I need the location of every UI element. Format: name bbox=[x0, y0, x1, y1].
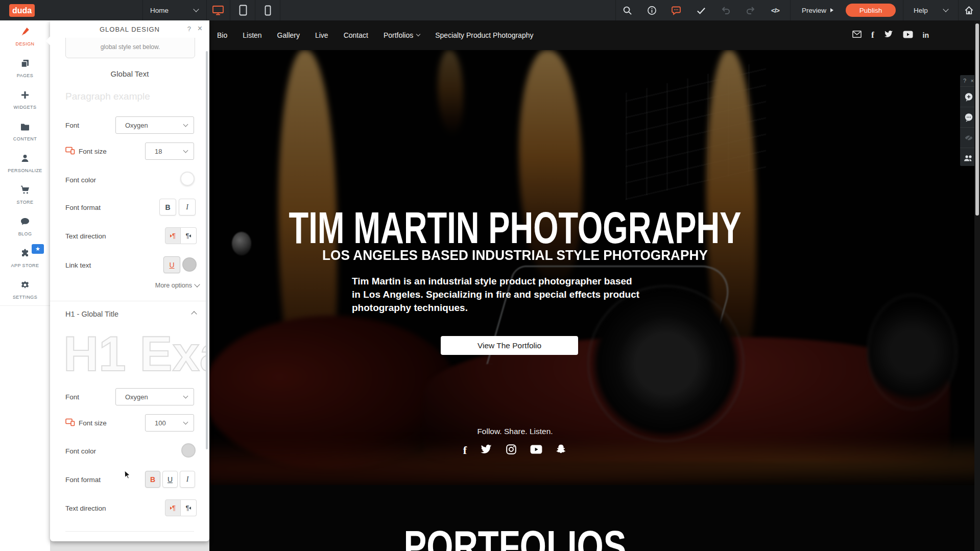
close-icon[interactable]: × bbox=[198, 24, 202, 33]
h1-font-value: Oxygen bbox=[125, 393, 148, 401]
rtl-button[interactable]: ¶ bbox=[181, 227, 197, 244]
facebook-icon[interactable]: f bbox=[463, 444, 467, 457]
email-icon[interactable] bbox=[852, 30, 862, 40]
h1-font-select[interactable]: Oxygen bbox=[115, 388, 194, 405]
portfolios-heading[interactable]: PORTFOLIOS bbox=[152, 524, 877, 551]
font-select-value: Oxygen bbox=[125, 122, 148, 129]
h1-font-size-label: Font size bbox=[65, 414, 107, 432]
sidebar-item-store[interactable]: STORE bbox=[0, 179, 50, 211]
devices-icon bbox=[65, 147, 75, 156]
chevron-down-icon[interactable] bbox=[943, 6, 948, 12]
home-icon[interactable] bbox=[963, 4, 975, 16]
more-options-link[interactable]: More options bbox=[155, 282, 199, 289]
font-select[interactable]: Oxygen bbox=[115, 116, 194, 134]
sidebar-item-content[interactable]: CONTENT bbox=[0, 115, 50, 148]
check-icon[interactable] bbox=[695, 4, 707, 16]
snapchat-icon[interactable] bbox=[556, 444, 567, 457]
h1-section-title: H1 - Global Title bbox=[65, 310, 118, 318]
panel-scrollbar[interactable] bbox=[206, 51, 208, 449]
global-text-heading: Global Text bbox=[50, 69, 209, 78]
link-underline-button[interactable]: U bbox=[163, 256, 180, 273]
linkedin-icon[interactable]: in bbox=[923, 31, 929, 39]
desktop-view-icon[interactable] bbox=[212, 4, 224, 16]
facebook-icon[interactable]: f bbox=[871, 30, 874, 40]
nav-item-portfolios[interactable]: Portfolios bbox=[384, 31, 420, 39]
text-direction-label-text: Text direction bbox=[65, 232, 106, 240]
twitter-icon[interactable] bbox=[884, 30, 893, 40]
code-icon[interactable]: </> bbox=[769, 4, 781, 16]
sidebar-item-settings[interactable]: SETTINGS bbox=[0, 274, 50, 306]
h1-font-size-select[interactable]: 100 bbox=[145, 414, 194, 432]
ltr-button[interactable]: ¶ bbox=[165, 227, 181, 244]
nav-item-specialty[interactable]: Specialty Product Photography bbox=[435, 31, 533, 39]
site-scrollbar[interactable] bbox=[974, 20, 980, 551]
help-menu[interactable]: Help bbox=[914, 0, 928, 20]
hero-title[interactable]: TIM MARTIN PHOTOGRAPHY bbox=[180, 202, 850, 254]
h1-font-size-value: 100 bbox=[155, 419, 166, 427]
chevron-up-icon[interactable] bbox=[191, 311, 197, 317]
feedback-chat-icon[interactable] bbox=[670, 4, 682, 16]
undo-icon[interactable] bbox=[720, 4, 732, 16]
h1-font-color-swatch[interactable] bbox=[181, 443, 196, 458]
bold-button[interactable]: B bbox=[159, 199, 176, 215]
h1-rtl-button[interactable]: ¶ bbox=[181, 499, 197, 516]
brush-icon bbox=[20, 27, 30, 39]
nav-item-bio[interactable]: Bio bbox=[217, 31, 227, 39]
pages-icon bbox=[20, 58, 30, 70]
font-color-swatch[interactable] bbox=[180, 172, 195, 186]
h1-font-format-label: Font format bbox=[65, 471, 101, 488]
chevron-down-icon bbox=[416, 32, 420, 36]
nav-item-live[interactable]: Live bbox=[315, 31, 328, 39]
link-text-label: Link text bbox=[65, 256, 91, 274]
font-size-select[interactable]: 18 bbox=[145, 142, 194, 160]
mouse-cursor bbox=[123, 470, 132, 482]
h1-italic-button[interactable]: I bbox=[180, 471, 195, 488]
sidebar-item-personalize[interactable]: PERSONALIZE bbox=[0, 147, 50, 179]
sidebar-item-widgets[interactable]: WIDGETS bbox=[0, 84, 50, 116]
twitter-icon[interactable] bbox=[480, 444, 492, 457]
h1-bold-button[interactable]: B bbox=[145, 471, 160, 488]
devices-icon bbox=[65, 418, 75, 428]
instagram-icon[interactable] bbox=[506, 444, 517, 457]
redo-icon[interactable] bbox=[745, 4, 757, 16]
h1-text-direction-label-text: Text direction bbox=[65, 505, 106, 512]
paragraph-ltr-icon: ¶ bbox=[172, 232, 176, 239]
mobile-view-icon[interactable] bbox=[261, 4, 274, 16]
page-selector[interactable]: Home bbox=[150, 0, 169, 20]
youtube-icon[interactable] bbox=[530, 445, 542, 456]
nav-item-listen[interactable]: Listen bbox=[243, 31, 261, 39]
chevron-down-icon[interactable] bbox=[193, 6, 199, 12]
folder-icon bbox=[20, 122, 30, 134]
duda-logo[interactable]: duda bbox=[9, 4, 35, 17]
sidebar-item-pages[interactable]: PAGES bbox=[0, 52, 50, 84]
sidebar-item-blog[interactable]: BLOG bbox=[0, 210, 50, 243]
hero-description[interactable]: Tim Martin is an industrial style produc… bbox=[352, 275, 643, 315]
view-portfolio-button[interactable]: View The Portfolio bbox=[441, 336, 578, 355]
chevron-down-icon bbox=[194, 281, 200, 287]
preview-label: Preview bbox=[802, 7, 826, 14]
nav-item-contact[interactable]: Contact bbox=[344, 31, 368, 39]
font-label: Font bbox=[65, 116, 79, 134]
panel-help-icon[interactable]: ? bbox=[187, 25, 191, 33]
h1-ltr-button[interactable]: ¶ bbox=[165, 499, 181, 516]
h1-underline-button[interactable]: U bbox=[162, 471, 178, 488]
sidebar-item-design[interactable]: DESIGN bbox=[0, 20, 50, 53]
link-color-swatch[interactable] bbox=[182, 257, 197, 272]
search-icon[interactable] bbox=[621, 4, 633, 16]
nav-item-gallery[interactable]: Gallery bbox=[277, 31, 300, 39]
scrollbar-thumb[interactable] bbox=[975, 23, 979, 215]
italic-button[interactable]: I bbox=[179, 199, 196, 215]
sidebar-item-label: APP STORE bbox=[11, 263, 39, 268]
info-icon[interactable] bbox=[646, 4, 658, 16]
plus-icon bbox=[20, 90, 30, 102]
toolbar-help-icon[interactable]: ? bbox=[963, 78, 966, 84]
font-size-value: 18 bbox=[155, 148, 162, 155]
preview-button[interactable]: Preview bbox=[802, 0, 833, 20]
toolbar-close-icon[interactable]: × bbox=[971, 78, 974, 84]
cart-icon bbox=[20, 185, 30, 197]
youtube-icon[interactable] bbox=[903, 31, 913, 40]
publish-button[interactable]: Publish bbox=[846, 4, 896, 17]
h1-section-header[interactable]: H1 - Global Title bbox=[65, 305, 118, 323]
tablet-view-icon[interactable] bbox=[237, 4, 249, 16]
editor-topbar: duda Home </> Preview Publish Help bbox=[0, 0, 980, 20]
